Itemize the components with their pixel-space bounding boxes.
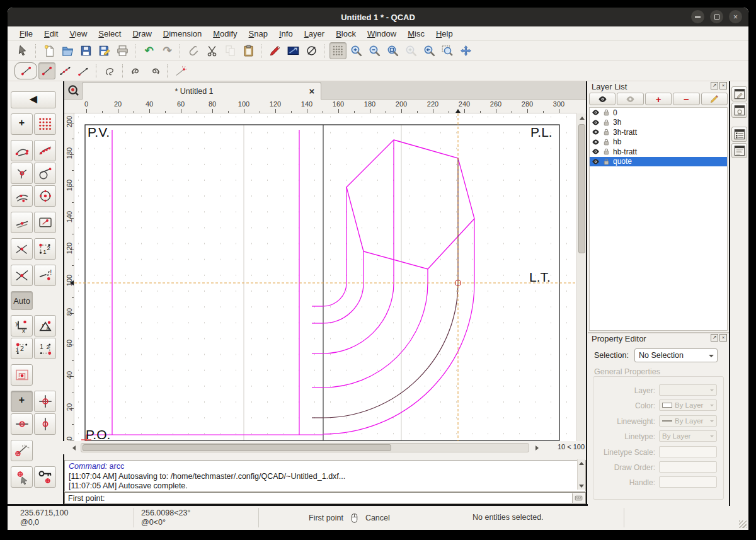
construction-button[interactable] [173,62,190,79]
menu-view[interactable]: View [64,28,93,40]
menu-info[interactable]: Info [273,28,299,40]
close-button[interactable]: × [729,10,742,23]
close-panel-button[interactable]: × [719,334,727,342]
edit-layer-button[interactable] [701,93,728,105]
property-editor-dock-button[interactable] [731,86,747,101]
history-scroll-up-button[interactable] [577,459,585,467]
grid-toggle-button[interactable] [329,42,346,59]
snap-tangent-button[interactable] [34,163,56,184]
layer-list-dock-button[interactable] [731,127,747,142]
menu-edit[interactable]: Edit [38,28,64,40]
selection-combobox[interactable]: No Selection [634,348,718,362]
command-line-dock-button[interactable] [731,143,747,158]
property-linetype-scale--control[interactable] [659,446,717,457]
redo-button[interactable]: ↷ [159,42,176,59]
horizontal-scrollbar[interactable]: 10 < 100 [63,441,585,454]
history-scroll-down-button[interactable] [577,482,585,490]
restrict-off-button[interactable]: + [11,391,33,412]
restrict-horizontal-button[interactable] [11,413,33,435]
remove-layer-button[interactable]: − [673,93,699,105]
snap-middle-button[interactable] [11,212,33,233]
document-tab[interactable]: * Untitled 1 × [82,82,321,100]
restrict-vertical-button[interactable] [34,413,56,435]
layer-lock-icon[interactable] [602,147,610,156]
scroll-left-button[interactable] [69,443,79,452]
property-color--control[interactable]: By Layer [659,399,717,411]
resize-grip[interactable] [739,520,747,528]
auto-snap-button[interactable]: Auto [11,291,33,310]
freehand-button[interactable] [101,62,118,79]
menu-layer[interactable]: Layer [299,28,331,40]
snap-endpoints-button[interactable] [11,140,33,161]
back-button[interactable]: ◀ [11,91,56,108]
zoom-previous-button[interactable] [421,42,438,59]
zoom-auto-button[interactable] [384,42,401,59]
command-input[interactable]: First point: [64,492,586,504]
cut-button[interactable] [203,42,220,59]
command-history-scrollbar[interactable] [577,459,585,490]
layer-visibility-icon[interactable] [592,147,600,156]
layer-row-0[interactable]: 0 [590,108,727,118]
minimize-button[interactable] [691,10,704,23]
layer-visibility-icon[interactable] [592,128,600,136]
menu-help[interactable]: Help [430,28,459,40]
layer-row-hb-tratt[interactable]: hb-tratt [590,147,727,157]
pan-button[interactable] [457,42,474,59]
zoom-out-button[interactable] [366,42,383,59]
vertical-scrollbar[interactable] [576,113,586,451]
save-button[interactable] [77,42,94,59]
line-settings-button[interactable] [285,42,302,59]
snap-reference-button[interactable] [34,212,56,233]
maximize-button[interactable] [710,10,723,23]
snap-nearest-button[interactable] [11,185,33,207]
show-all-layers-button[interactable] [589,93,616,105]
layer-visibility-icon[interactable] [592,108,600,117]
snap-center-button[interactable] [34,185,56,207]
lock-relative-zero-button[interactable] [34,466,56,488]
snap-distance-button[interactable]: 12 [34,238,56,260]
scroll-up-button[interactable] [577,113,587,123]
zoom-in-button[interactable] [348,42,365,59]
float-panel-button[interactable]: ↗ [711,334,718,342]
close-panel-button[interactable]: × [719,82,727,89]
float-panel-button[interactable]: ↗ [711,82,718,89]
snap-on-entity-button[interactable] [34,140,56,161]
cursor-button[interactable] [14,42,32,59]
snap-intersection-button[interactable] [11,238,33,260]
paperclip-button[interactable] [185,42,202,59]
ray-button[interactable] [75,62,92,79]
menu-draw[interactable]: Draw [127,28,157,40]
line-tools-button[interactable] [14,62,37,79]
layer-lock-icon[interactable] [602,118,610,127]
property-lineweight--control[interactable]: By Layer [659,415,717,427]
drawing-canvas[interactable]: P.V.P.L.L.T.P.O. [74,113,576,441]
snap-perpendicular-button[interactable]: ! [34,265,56,286]
property-handle--control[interactable] [659,476,717,488]
print-button[interactable] [114,42,131,59]
property-layer--control[interactable] [659,384,717,396]
menu-misc[interactable]: Misc [402,28,430,40]
drawing-svg[interactable]: P.V.P.L.L.T.P.O. [74,113,576,441]
undo-button[interactable]: ↶ [140,42,158,59]
scroll-right-button[interactable] [532,443,542,452]
layer-visibility-icon[interactable] [592,118,600,127]
zoom-window-button[interactable] [439,42,456,59]
keyboard-toggle-button[interactable] [572,493,585,503]
coord-polar-relative-button[interactable]: 12 [34,338,56,359]
circle-empty-button[interactable] [303,42,320,59]
menu-select[interactable]: Select [93,28,127,40]
copy-button[interactable] [222,42,239,59]
coord-polar-button[interactable]: ra [34,315,56,336]
coord-relative-button[interactable]: 21 [11,338,33,359]
angle-measure-button[interactable] [11,440,33,461]
vscroll-thumb[interactable] [578,124,585,253]
layer-row-3h-tratt[interactable]: 3h-tratt [590,127,727,137]
show-active-layer-button[interactable] [617,93,643,105]
title-bar[interactable]: Untitled 1 * - QCAD × [8,8,748,26]
add-layer-button[interactable]: + [645,93,672,105]
menu-file[interactable]: File [14,28,38,40]
layer-visibility-icon[interactable] [592,138,600,146]
tab-close-button[interactable]: × [306,85,318,98]
menu-dimension[interactable]: Dimension [158,28,207,40]
layer-lock-icon[interactable] [602,158,610,166]
